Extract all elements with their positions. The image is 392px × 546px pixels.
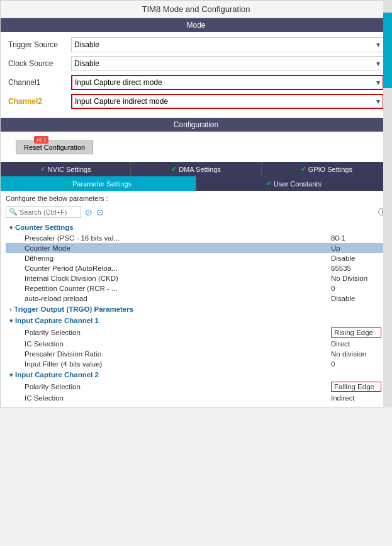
trigger-source-row: Trigger Source Disable (8, 37, 384, 52)
tab-nvic-settings[interactable]: ✔ NVIC Settings (1, 162, 131, 176)
trigger-output-group[interactable]: › Trigger Output (TRGO) Parameters (6, 304, 386, 315)
channel1-select[interactable]: Input Capture direct mode (71, 75, 384, 90)
params-section: Configure the below parameters : 🔍 ⊙ ⊙ ⓘ (1, 191, 391, 407)
counter-period-row[interactable]: Counter Period (AutoReloa... 65535 (6, 263, 386, 273)
channel2-select-wrapper[interactable]: Input Capture indirect mode (71, 94, 384, 109)
search-input-wrapper[interactable]: 🔍 (6, 206, 81, 218)
tab-dma-label: DMA Settings (179, 166, 221, 173)
prescaler-value: 80-1 (331, 234, 381, 242)
ic-ch1-filter-label: Input Filter (4 bits value) (25, 360, 331, 368)
counter-period-value: 65535 (331, 264, 381, 272)
search-row: 🔍 ⊙ ⊙ ⓘ (6, 206, 386, 218)
ic-ch2-polarity-row[interactable]: Polarity Selection Falling Edge (6, 380, 386, 393)
dithering-row[interactable]: Dithering Disable (6, 253, 386, 263)
input-capture-ch2-group[interactable]: ▾ Input Capture Channel 2 (6, 369, 386, 380)
reset-btn-label: Reset Configuration (24, 144, 85, 151)
mode-section-header: Mode (1, 18, 391, 32)
ic-ch1-arrow: ▾ (9, 317, 13, 324)
input-capture-ch1-group[interactable]: ▾ Input Capture Channel 1 (6, 315, 386, 326)
channel1-select-wrapper[interactable]: Input Capture direct mode (71, 75, 384, 90)
counter-mode-label: Counter Mode (25, 244, 331, 252)
reset-btn-area: A⃝ ⃝ Reset Configuration (1, 132, 391, 162)
auto-reload-row[interactable]: auto-reload preload Disable (6, 293, 386, 304)
auto-reload-label: auto-reload preload (25, 295, 331, 302)
trigger-source-label: Trigger Source (8, 40, 71, 49)
tree-section: ▾ Counter Settings Prescaler (PSC - 16 b… (6, 222, 386, 403)
channel2-select[interactable]: Input Capture indirect mode (71, 94, 384, 109)
ic-ch2-selection-label: IC Selection (25, 394, 331, 402)
ic-ch2-label: Input Capture Channel 2 (15, 371, 99, 378)
ic-ch2-selection-value: Indirect (331, 394, 381, 402)
nav-next-icon[interactable]: ⊙ (96, 207, 104, 217)
gpio-check-icon: ✔ (301, 165, 306, 173)
config-section-header: Configuration (1, 118, 391, 132)
search-icon: 🔍 (9, 208, 18, 216)
trigger-output-label: Trigger Output (TRGO) Parameters (14, 305, 133, 313)
repetition-counter-row[interactable]: Repetition Counter (RCR - ... 0 (6, 283, 386, 293)
ic-ch1-label: Input Capture Channel 1 (15, 317, 99, 324)
mode-section: Trigger Source Disable Clock Source Disa… (1, 32, 391, 118)
channel2-label: Channel2 (8, 97, 71, 106)
dithering-value: Disable (331, 254, 381, 262)
tabs-row1: ✔ NVIC Settings ✔ DMA Settings ✔ GPIO Se… (1, 162, 391, 176)
ic-ch2-arrow: ▾ (9, 372, 13, 378)
trigger-source-select[interactable]: Disable (71, 37, 384, 52)
window-title: TIM8 Mode and Configuration (1, 1, 391, 18)
reset-config-button[interactable]: A⃝ ⃝ Reset Configuration (16, 140, 93, 154)
ic-ch1-selection-label: IC Selection (25, 340, 331, 348)
user-const-check-icon: ✔ (266, 179, 272, 188)
repetition-counter-value: 0 (331, 285, 381, 292)
clock-source-select-wrapper[interactable]: Disable (71, 56, 384, 71)
nav-prev-icon[interactable]: ⊙ (85, 207, 92, 217)
prescaler-row[interactable]: Prescaler (PSC - 16 bits val... 80-1 (6, 233, 386, 243)
clock-source-row: Clock Source Disable (8, 56, 384, 71)
tab-gpio-label: GPIO Settings (308, 166, 352, 173)
tab-nvic-label: NVIC Settings (48, 166, 91, 173)
ic-ch1-filter-row[interactable]: Input Filter (4 bits value) 0 (6, 359, 386, 369)
params-label: Configure the below parameters : (6, 195, 386, 202)
ic-ch1-selection-row[interactable]: IC Selection Direct (6, 339, 386, 349)
clock-division-row[interactable]: Internal Clock Division (CKD) No Divisio… (6, 273, 386, 283)
main-window: TIM8 Mode and Configuration Mode Trigger… (0, 0, 392, 407)
trigger-output-arrow: › (9, 306, 11, 313)
clock-source-label: Clock Source (8, 59, 71, 68)
tab-param-label: Parameter Settings (72, 180, 132, 188)
tab-dma-settings[interactable]: ✔ DMA Settings (131, 162, 261, 176)
ic-ch1-prescaler-value: No division (331, 350, 381, 358)
ic-ch1-polarity-value: Rising Edge (331, 327, 381, 338)
tab-gpio-settings[interactable]: ✔ GPIO Settings (262, 162, 391, 176)
counter-mode-value: Up (331, 244, 381, 252)
counter-settings-group[interactable]: ▾ Counter Settings (6, 222, 386, 233)
ic-ch2-polarity-value: Falling Edge (331, 382, 381, 392)
scrollbar-thumb[interactable] (383, 13, 392, 88)
nvic-check-icon: ✔ (40, 165, 46, 173)
ic-ch2-polarity-label: Polarity Selection (25, 383, 331, 390)
ic-ch1-filter-value: 0 (331, 360, 381, 368)
ic-ch1-selection-value: Direct (331, 340, 381, 348)
clock-source-select[interactable]: Disable (71, 56, 384, 71)
tab-user-constants[interactable]: ✔ User Constants (196, 176, 391, 191)
ic-ch2-selection-row[interactable]: IC Selection Indirect (6, 393, 386, 403)
auto-reload-value: Disable (331, 295, 381, 302)
counter-settings-label: Counter Settings (15, 224, 74, 231)
reset-btn-badge: A⃝ ⃝ (34, 136, 48, 144)
channel1-label: Channel1 (8, 78, 71, 87)
counter-period-label: Counter Period (AutoReloa... (25, 264, 331, 272)
clock-division-label: Internal Clock Division (CKD) (25, 275, 331, 282)
param-check-icon: ✔ (65, 179, 70, 188)
repetition-counter-label: Repetition Counter (RCR - ... (25, 285, 331, 292)
counter-mode-row[interactable]: Counter Mode Up (6, 243, 386, 253)
dithering-label: Dithering (25, 254, 331, 262)
prescaler-label: Prescaler (PSC - 16 bits val... (25, 234, 331, 242)
ic-ch1-prescaler-label: Prescaler Division Ratio (25, 350, 331, 358)
clock-division-value: No Division (331, 275, 381, 282)
tab-user-const-label: User Constants (274, 180, 322, 188)
trigger-source-select-wrapper[interactable]: Disable (71, 37, 384, 52)
vertical-scrollbar[interactable] (383, 0, 392, 407)
search-input[interactable] (20, 208, 76, 216)
counter-settings-arrow: ▾ (9, 224, 13, 231)
ic-ch1-polarity-row[interactable]: Polarity Selection Rising Edge (6, 326, 386, 339)
ic-ch1-prescaler-row[interactable]: Prescaler Division Ratio No division (6, 349, 386, 359)
ic-ch1-polarity-label: Polarity Selection (25, 329, 331, 336)
tab-parameter-settings[interactable]: ✔ Parameter Settings (1, 176, 196, 191)
